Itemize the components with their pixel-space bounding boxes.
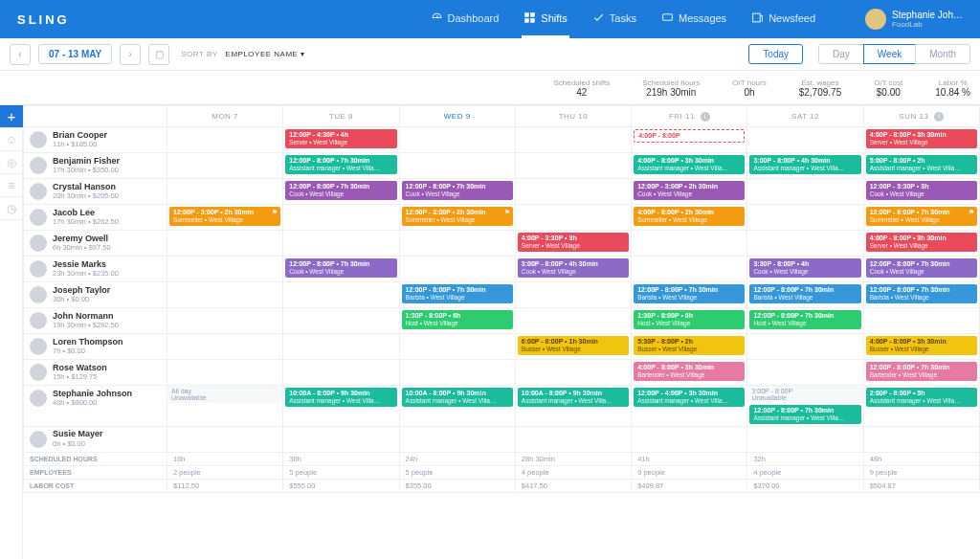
shift-block[interactable]: 4:00P - 8:00P • 3h 30minBusser • West Vi…	[866, 336, 977, 355]
empty-cell[interactable]	[283, 334, 399, 360]
empty-cell[interactable]	[515, 426, 631, 452]
schedule-cell[interactable]: 10:00A - 8:00P • 9h 30minAssistant manag…	[399, 386, 515, 427]
today-button[interactable]: Today	[748, 44, 803, 64]
shift-block[interactable]: 12:00P - 8:00P • 7h 30minAssistant manag…	[285, 155, 396, 174]
shift-block[interactable]: 12:00P - 3:30P • 3hCook • West Village	[866, 181, 977, 200]
day-header[interactable]: THU 10	[515, 106, 631, 127]
shift-block[interactable]: 12:00P - 8:00P • 7h 30minAssistant manag…	[749, 405, 860, 424]
shift-block[interactable]: 3:30P - 8:00P • 4hCook • West Village	[749, 258, 860, 278]
schedule-cell[interactable]: 1:30P - 8:00P • 6hHost • West Village	[399, 308, 515, 334]
schedule-cell[interactable]: 4:00P - 8:00P • 3h 30minServer • West Vi…	[863, 231, 979, 257]
schedule-cell[interactable]: 12:00P - 4:30P • 4hServer • West Village	[283, 127, 399, 153]
day-header[interactable]: TUE 8	[283, 106, 399, 127]
shift-block[interactable]: 12:00P - 3:00P • 2h 30minCook • West Vil…	[634, 181, 745, 200]
empty-cell[interactable]	[283, 426, 399, 452]
empty-cell[interactable]	[283, 282, 399, 308]
schedule-cell[interactable]: 12:00P - 8:00P • 7h 30minBarista • West …	[399, 282, 515, 308]
empty-cell[interactable]	[515, 205, 631, 231]
shift-block[interactable]: 4:00P - 8:00P	[634, 129, 745, 143]
empty-cell[interactable]	[167, 426, 283, 452]
schedule-cell[interactable]: 12:00P - 4:00P • 3h 30minAssistant manag…	[632, 386, 747, 427]
empty-cell[interactable]	[515, 127, 631, 153]
schedule-cell[interactable]: ⚑12:00P - 3:00P • 2h 30minSommelier • We…	[399, 205, 515, 231]
schedule-cell[interactable]: 4:00P - 8:00P • 3h 30minServer • West Vi…	[863, 127, 979, 153]
shift-block[interactable]: 12:00P - 8:00P • 7h 30minCook • West Vil…	[402, 181, 513, 200]
shift-block[interactable]: ⚑12:00P - 3:00P • 2h 30minSommelier • We…	[169, 207, 280, 226]
schedule-cell[interactable]: 2:00P - 8:00P • 5hAssistant manager • We…	[863, 386, 979, 427]
shift-block[interactable]: 12:00P - 4:30P • 4hServer • West Village	[285, 129, 396, 148]
schedule-cell[interactable]: 4:00P - 3:30P • 3hServer • West Village	[515, 231, 631, 257]
shift-block[interactable]: ⚑12:00P - 8:00P • 7h 30minSommelier • We…	[866, 207, 977, 226]
empty-cell[interactable]	[283, 231, 399, 257]
empty-cell[interactable]	[167, 334, 283, 360]
empty-cell[interactable]	[747, 205, 863, 231]
employee-cell[interactable]: Susie Mayer0h • $0.00	[24, 427, 167, 452]
shift-block[interactable]: 3:00P - 8:00P • 4h 30minAssistant manage…	[749, 155, 860, 174]
nav-messages[interactable]: Messages	[659, 0, 728, 38]
empty-cell[interactable]	[167, 153, 283, 179]
shift-block[interactable]: 12:00P - 8:00P • 7h 30minBartender • Wes…	[866, 362, 977, 381]
rail-clock-icon[interactable]: ◷	[0, 197, 23, 220]
day-header[interactable]: WED 9	[399, 106, 515, 127]
shift-block[interactable]: 10:00A - 8:00P • 9h 30minAssistant manag…	[518, 388, 629, 407]
employee-cell[interactable]: Loren Thompson7h • $0.00	[24, 334, 167, 359]
employee-cell[interactable]: Crystal Hanson20h 30min • $205.00	[24, 179, 167, 204]
nav-tasks[interactable]: Tasks	[590, 0, 638, 38]
nav-shifts[interactable]: Shifts	[522, 0, 569, 38]
empty-cell[interactable]	[515, 153, 631, 179]
empty-cell[interactable]	[747, 179, 863, 205]
user-menu[interactable]: Stephanie Joh… FoodLab	[865, 9, 963, 30]
shift-block[interactable]: 4:00P - 8:00P • 3h 30minServer • West Vi…	[866, 129, 977, 148]
schedule-cell[interactable]: 12:00P - 8:00P • 7h 30minAssistant manag…	[283, 153, 399, 179]
schedule-cell[interactable]: 1:30P - 8:00P • 6hHost • West Village	[632, 308, 747, 334]
shift-block[interactable]: 1:30P - 8:00P • 6hHost • West Village	[634, 310, 745, 329]
empty-cell[interactable]	[515, 179, 631, 205]
schedule-cell[interactable]: 12:00P - 8:00P • 7h 30minCook • West Vil…	[399, 179, 515, 205]
empty-cell[interactable]	[399, 257, 515, 282]
empty-cell[interactable]	[632, 426, 747, 452]
schedule-cell[interactable]: 3:30P - 8:00P • 4hCook • West Village	[747, 257, 863, 282]
shift-block[interactable]: 12:00P - 8:00P • 7h 30minBarista • West …	[866, 284, 977, 303]
info-icon[interactable]: i	[701, 112, 710, 122]
nav-newsfeed[interactable]: Newsfeed	[749, 0, 817, 38]
employee-cell[interactable]: Jacob Lee17h 30min • $262.50	[24, 205, 167, 230]
schedule-cell[interactable]: 4:00P - 8:00P • 2h 30minSommelier • West…	[632, 205, 747, 231]
empty-cell[interactable]	[399, 334, 515, 360]
schedule-cell[interactable]: All dayUnavailable	[167, 386, 283, 427]
shift-block[interactable]: 12:00P - 8:00P • 7h 30minBarista • West …	[402, 284, 513, 303]
shift-block[interactable]: 4:00P - 3:30P • 3hServer • West Village	[518, 233, 629, 252]
schedule-cell[interactable]: 12:00P - 8:00P • 7h 30minBarista • West …	[632, 282, 747, 308]
shift-block[interactable]: 4:00P - 8:00P • 3h 30minBartender • West…	[634, 362, 745, 381]
view-week[interactable]: Week	[863, 44, 916, 64]
empty-cell[interactable]	[167, 231, 283, 257]
empty-cell[interactable]	[399, 426, 515, 452]
employee-cell[interactable]: Jessie Marks23h 30min • $235.00	[24, 257, 167, 281]
shift-block[interactable]: 12:00P - 8:00P • 7h 30minCook • West Vil…	[866, 258, 977, 278]
employee-cell[interactable]: Joseph Taylor30h • $0.00	[24, 282, 167, 307]
schedule-cell[interactable]: 3:00P - 8:00P • 4h 30minCook • West Vill…	[515, 257, 631, 282]
empty-cell[interactable]	[515, 282, 631, 308]
schedule-cell[interactable]: 6:00P - 8:00P • 1h 30minBusser • West Vi…	[515, 334, 631, 360]
view-day[interactable]: Day	[818, 44, 864, 64]
empty-cell[interactable]	[283, 205, 399, 231]
employee-cell[interactable]: Rose Watson15h • $129.75	[24, 360, 167, 385]
empty-cell[interactable]	[515, 308, 631, 334]
empty-cell[interactable]	[399, 127, 515, 153]
rail-location-icon[interactable]: ◎	[0, 151, 23, 174]
schedule-cell[interactable]: 3:00P - 8:00P • 4h 30minAssistant manage…	[747, 153, 863, 179]
shift-block[interactable]: 12:00P - 8:00P • 7h 30minCook • West Vil…	[285, 181, 396, 200]
schedule-cell[interactable]: 12:00P - 8:00P • 7h 30minCook • West Vil…	[863, 257, 979, 282]
employee-cell[interactable]: Brian Cooper11h • $185.00	[24, 127, 167, 152]
prev-range-button[interactable]: ‹	[10, 44, 31, 65]
schedule-cell[interactable]: 12:00P - 8:00P • 7h 30minBarista • West …	[863, 282, 979, 308]
empty-cell[interactable]	[632, 231, 747, 257]
empty-cell[interactable]	[863, 426, 979, 452]
schedule-cell[interactable]: ⚑12:00P - 3:00P • 2h 30minSommelier • We…	[167, 205, 283, 231]
empty-cell[interactable]	[167, 179, 283, 205]
schedule-cell[interactable]: 12:00P - 3:00P • 2h 30minCook • West Vil…	[632, 179, 747, 205]
shift-block[interactable]: 2:00P - 8:00P • 5hAssistant manager • We…	[866, 388, 977, 407]
schedule-cell[interactable]: 5:00P - 8:00P • 2hAssistant manager • We…	[863, 153, 979, 179]
employee-cell[interactable]: Stephanie Johnson40h • $800.00	[24, 386, 167, 411]
shift-block[interactable]: 12:00P - 8:00P • 7h 30minBarista • West …	[749, 284, 860, 303]
schedule-cell[interactable]: ⚑12:00P - 8:00P • 7h 30minSommelier • We…	[863, 205, 979, 231]
